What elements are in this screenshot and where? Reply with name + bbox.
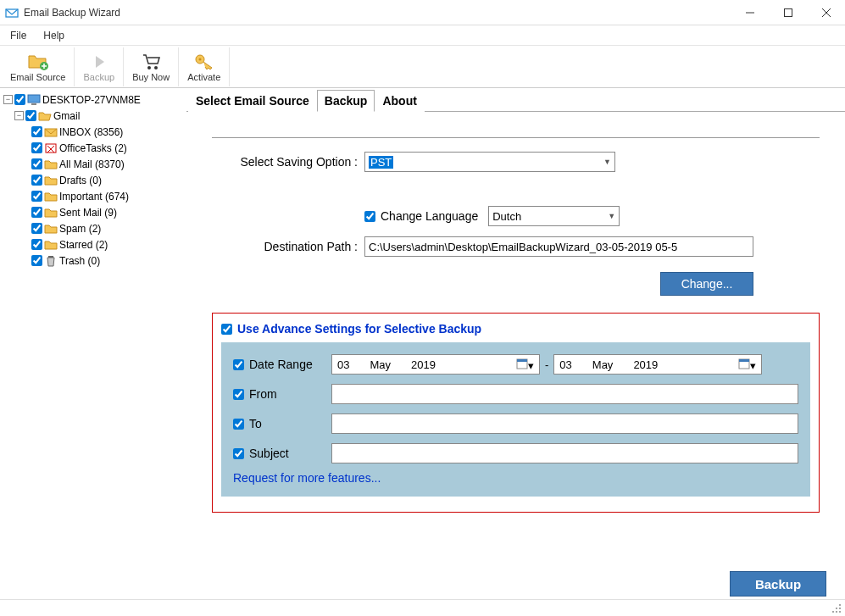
toolbar-activate-label: Activate	[187, 72, 220, 82]
row-destination: Destination Path :	[212, 236, 820, 257]
menubar: File Help	[0, 25, 845, 46]
calendar-icon: ▾	[516, 358, 534, 372]
change-language-label: Change Language	[381, 209, 478, 223]
svg-point-22	[832, 611, 834, 613]
tree-folder[interactable]: INBOX (8356)	[3, 124, 183, 140]
tree-folder-checkbox[interactable]	[31, 158, 42, 169]
date-from-picker[interactable]: 03 May 2019 ▾	[331, 354, 540, 375]
row-date-range: Date Range 03 May 2019 ▾ -	[233, 352, 798, 376]
tree-folder-checkbox[interactable]	[31, 142, 42, 153]
tab-backup[interactable]: Backup	[317, 90, 375, 112]
menu-file[interactable]: File	[10, 30, 26, 42]
chevron-down-icon: ▼	[608, 212, 615, 220]
subject-label: Subject	[249, 447, 289, 460]
saving-option-select[interactable]: PST ▼	[364, 152, 615, 172]
to-input[interactable]	[331, 413, 798, 434]
play-icon	[91, 52, 108, 72]
date-range-separator: -	[545, 358, 548, 371]
tree-folder[interactable]: Spam (2)	[3, 220, 183, 236]
tree-folder-checkbox[interactable]	[31, 255, 42, 266]
tree-folder-checkbox[interactable]	[31, 207, 42, 218]
maximize-button[interactable]	[769, 0, 807, 25]
language-select[interactable]: Dutch ▼	[488, 206, 620, 226]
toolbar-backup[interactable]: Backup	[75, 47, 124, 86]
tree-root-label: DESKTOP-27VNM8E	[42, 94, 141, 106]
close-button[interactable]	[807, 0, 845, 25]
advance-settings-checkbox[interactable]	[221, 324, 232, 335]
main-area: − DESKTOP-27VNM8E − Gmail INBOX (8356)Of…	[0, 88, 845, 599]
tree-folder-checkbox[interactable]	[31, 223, 42, 234]
resize-grip-icon[interactable]	[831, 603, 842, 613]
tree-root-checkbox[interactable]	[14, 94, 25, 105]
collapse-icon[interactable]: −	[14, 111, 24, 120]
toolbar-email-source[interactable]: Email Source	[2, 47, 75, 86]
row-subject: Subject	[233, 441, 798, 465]
from-input[interactable]	[331, 384, 798, 404]
tree-root[interactable]: − DESKTOP-27VNM8E	[3, 92, 183, 108]
tree-folder-checkbox[interactable]	[31, 175, 42, 186]
subject-checkbox[interactable]	[233, 448, 244, 459]
menu-help[interactable]: Help	[43, 30, 64, 42]
chevron-down-icon: ▼	[603, 158, 611, 166]
subject-input[interactable]	[331, 443, 798, 463]
tree-folder[interactable]: Starred (2)	[3, 236, 183, 253]
advance-settings-box: Use Advance Settings for Selective Backu…	[212, 313, 820, 513]
window-title: Email Backup Wizard	[24, 7, 731, 19]
folder-tree: − DESKTOP-27VNM8E − Gmail INBOX (8356)Of…	[0, 88, 186, 599]
cart-icon	[141, 52, 161, 72]
svg-rect-18	[739, 359, 749, 362]
folder-icon	[44, 190, 58, 203]
svg-point-21	[839, 608, 841, 609]
request-features-link[interactable]: Request for more features...	[233, 471, 798, 485]
destination-path-input[interactable]	[364, 236, 753, 257]
tab-select-email-source[interactable]: Select Email Source	[188, 90, 317, 112]
svg-point-19	[839, 604, 841, 606]
tree-folder[interactable]: All Mail (8370)	[3, 156, 183, 172]
tree-account-checkbox[interactable]	[25, 110, 36, 121]
toolbar-buy-now[interactable]: Buy Now	[124, 47, 179, 86]
toolbar-backup-label: Backup	[83, 72, 114, 82]
change-language-checkbox[interactable]	[364, 211, 375, 222]
statusbar	[0, 599, 845, 616]
window-controls	[731, 0, 845, 25]
titlebar: Email Backup Wizard	[0, 0, 845, 25]
backup-button[interactable]: Backup	[730, 571, 826, 597]
advance-settings-header: Use Advance Settings for Selective Backu…	[221, 322, 810, 336]
svg-point-24	[839, 611, 841, 613]
date-to-picker[interactable]: 03 May 2019 ▾	[553, 354, 762, 375]
folder-add-icon	[27, 52, 49, 72]
tree-folder-label: Drafts (0)	[59, 175, 102, 186]
folder-icon	[44, 158, 58, 171]
tree-account[interactable]: − Gmail	[3, 108, 183, 124]
saving-option-label: Select Saving Option :	[212, 155, 364, 169]
tree-folder[interactable]: Trash (0)	[3, 253, 183, 269]
from-checkbox[interactable]	[233, 389, 244, 400]
svg-point-23	[836, 611, 837, 613]
row-saving-option: Select Saving Option : PST ▼	[212, 152, 820, 172]
date-range-checkbox[interactable]	[233, 359, 244, 370]
svg-rect-16	[517, 359, 527, 362]
tree-folder-label: OfficeTasks (2)	[59, 142, 127, 154]
change-button[interactable]: Change...	[660, 272, 753, 296]
tab-about[interactable]: About	[375, 90, 424, 112]
tree-folder-label: Spam (2)	[59, 223, 101, 235]
tree-folder-checkbox[interactable]	[31, 239, 42, 250]
tree-folder[interactable]: Sent Mail (9)	[3, 204, 183, 220]
collapse-icon[interactable]: −	[3, 95, 13, 104]
svg-rect-2	[784, 8, 792, 16]
tree-folder[interactable]: OfficeTasks (2)	[3, 140, 183, 156]
to-checkbox[interactable]	[233, 419, 244, 430]
folder-icon	[44, 254, 58, 268]
tree-folder-checkbox[interactable]	[31, 191, 42, 202]
divider	[212, 137, 820, 138]
tree-folder[interactable]: Drafts (0)	[3, 172, 183, 188]
folder-open-icon	[38, 109, 52, 123]
tree-folder[interactable]: Important (674)	[3, 188, 183, 204]
app-icon	[5, 6, 19, 19]
tree-folder-label: Important (674)	[59, 191, 129, 203]
toolbar-activate[interactable]: Activate	[179, 47, 230, 86]
tree-folder-label: Trash (0)	[59, 255, 100, 267]
minimize-button[interactable]	[731, 0, 769, 25]
row-from: From	[233, 382, 798, 406]
tree-folder-checkbox[interactable]	[31, 126, 42, 137]
